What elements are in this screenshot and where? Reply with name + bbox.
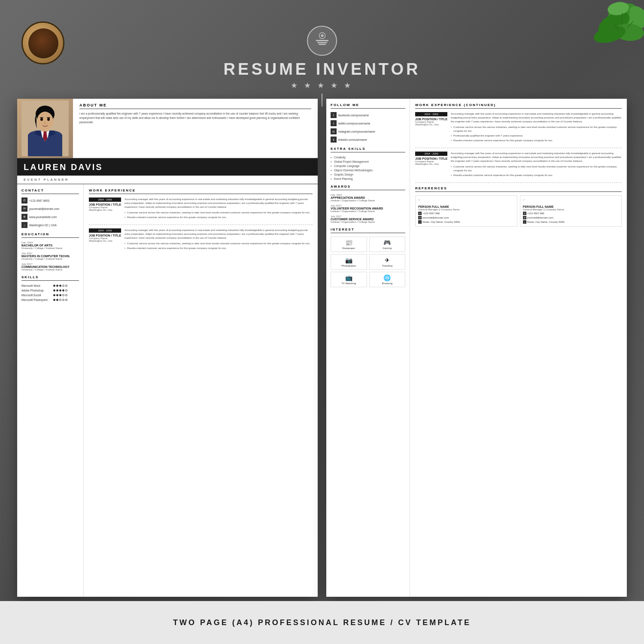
skills-title: SKILLS (21, 275, 79, 281)
bullet: Customer service across the various indu… (451, 165, 622, 173)
extra-skill-3: Computer Language (331, 164, 405, 167)
ref-phone-text-1: +123 4567 896 (422, 212, 440, 215)
dot (65, 294, 67, 296)
ref-address-1: ⌂ Street -City Name, Country 6356. (418, 220, 514, 224)
brand-title: RESUME INVENTOR (0, 60, 644, 79)
interest-title: INTEREST (331, 228, 405, 233)
dot (59, 299, 61, 301)
work-cont-location-1: Washington Dc, Usa (415, 123, 447, 126)
svg-rect-13 (317, 42, 327, 43)
skill-name-3: Microsoft Excell (21, 294, 52, 297)
award-title-2: VOLUNTEER RECOGNITION AWARD (331, 207, 405, 210)
bullet: Customer service across the various indu… (125, 242, 313, 246)
logo-circle (307, 26, 337, 56)
social-facebook: f facebook.com/yourname (331, 112, 405, 118)
follow-me-title: FOLLOW ME (331, 103, 405, 109)
ref-role-1: General Manager || Company Name (418, 208, 514, 211)
skill-name-4: Microsoft Powerpoint (21, 298, 52, 301)
ref-address-text-2: Street -City Name, Country 6356. (527, 221, 565, 223)
dot (53, 294, 55, 296)
ref-address-icon-2: ⌂ (523, 220, 526, 224)
work-item-1: 2004 - 2009 JOB POSITION / TITLE Company… (89, 197, 313, 220)
newspaper-icon: 📰 (333, 239, 365, 246)
about-title: ABOUT ME (79, 103, 311, 109)
work-cont-bullets-2: Customer service across the various indu… (451, 165, 622, 177)
p2-left-column: FOLLOW ME f facebook.com/yourname t twit… (326, 99, 410, 597)
work-desc-1: Accounting manager with five years of ac… (125, 197, 313, 220)
award-2: July 2017 VOLUNTEER RECOGNITION AWARD In… (331, 204, 405, 213)
date-badge-1: 2004 - 2009 (89, 197, 121, 202)
dot (65, 299, 67, 301)
work-continued-title: WORK EXPERIENCE (CONTINUED) (415, 103, 622, 109)
work-cont-item-1: 2004 - 2009 JOB POSITION / TITLE Company… (415, 112, 622, 143)
skill-dots-4 (53, 299, 67, 301)
interest-label-gaming: Gaming (372, 247, 403, 249)
date-badge-cont-2: 2004 - 2009 (415, 152, 447, 156)
divider (415, 148, 622, 148)
work-cont-item-2: 2004 - 2009 JOB POSITION / TITLE Company… (415, 152, 622, 178)
ref-quote-icon-1: " (418, 198, 514, 204)
dot (56, 299, 58, 301)
social-instagram: in instagram.com/yourusername (331, 128, 405, 134)
interest-label-traveling: Traveling (372, 264, 403, 267)
resume-page-2: FOLLOW ME f facebook.com/yourname t twit… (326, 99, 627, 597)
photography-icon: 📷 (333, 257, 365, 264)
skill-dots-2 (53, 289, 67, 292)
work-location-1: Washington Dc, Usa (89, 209, 121, 211)
contact-website: ⊕ www.yourwebsite.com (21, 214, 79, 220)
interest-grid: 📰 Newspaper 🎮 Gaming 📷 Photography (331, 237, 405, 287)
edu-degree-1: BACHELOR OF ARTS (21, 244, 79, 247)
p2-right-column: WORK EXPERIENCE (CONTINUED) 2004 - 2009 … (410, 99, 627, 597)
dot (53, 289, 55, 292)
page2-layout: FOLLOW ME f facebook.com/yourname t twit… (326, 99, 627, 597)
twitter-url: twitter.com/yourusername (338, 122, 370, 125)
work-position-2: JOB POSITION / TITLE (89, 234, 121, 237)
education-section: EDUCATION Feb' 2004 BACHELOR OF ARTS Uni… (21, 232, 79, 271)
skill-name-1: Microsoft Word (21, 284, 52, 287)
ref-quote-icon-2: " (523, 198, 619, 204)
right-column: WORK EXPERIENCE 2004 - 2009 JOB POSITION… (84, 184, 318, 596)
award-org-1: Institute / Organization / College Name (331, 199, 405, 202)
address-icon: ⌂ (21, 222, 27, 228)
award-3: July 2017 CUSTOMER SERVICE AWARD Institu… (331, 215, 405, 223)
edu-item-2: July 2017 MASTERS IN COMPUTER TECHN. Uni… (21, 252, 79, 260)
dot (53, 299, 55, 301)
work-cont-date-1: 2004 - 2009 JOB POSITION / TITLE Company… (415, 112, 447, 143)
ref-phone-1: ✆ +123 4567 896 (418, 212, 514, 215)
page1-body: CONTACT ✆ +123 4567 8853 ✉ youremail@dom… (17, 184, 318, 596)
work-cont-desc-2: Accounting manager with five years of ac… (451, 152, 622, 178)
dot (62, 299, 64, 301)
extra-skill-1: Creativity (331, 156, 405, 159)
job-title: EVENT PLANNER (24, 178, 311, 182)
dot (56, 294, 58, 296)
page1-header: ABOUT ME I am a professionally qualified… (17, 99, 318, 159)
ref-email-1: ✉ yourmail@domain.com (418, 216, 514, 219)
work-cont-bullets-1: Customer service across the various indu… (451, 125, 622, 143)
profile-photo (17, 99, 73, 158)
interest-newspaper: 📰 Newspaper (331, 237, 367, 252)
divider (89, 225, 313, 225)
interest-label-newspaper: Newspaper (333, 247, 365, 249)
work-desc-2: Accounting manager with five years of ac… (125, 228, 313, 251)
work-cont-date-2: 2004 - 2009 JOB POSITION / TITLE Company… (415, 152, 447, 178)
tv-icon: 📺 (333, 274, 365, 281)
work-date-1: 2004 - 2009 JOB POSITION / TITLE Company… (89, 197, 121, 220)
dot (65, 285, 67, 287)
awards-title: AWARDS (331, 185, 405, 190)
edu-school-1: University / College / Institute Name (21, 247, 79, 249)
interest-section: INTEREST 📰 Newspaper 🎮 Gaming 📷 Photo (331, 228, 405, 287)
contact-address: ⌂ Washington DC | USA (21, 222, 79, 228)
gaming-icon: 🎮 (372, 239, 403, 246)
award-org-3: Institute / Organization / College Name (331, 221, 405, 223)
about-text: I am a professionally qualified fire eng… (79, 112, 311, 124)
about-section-header: ABOUT ME I am a professionally qualified… (73, 99, 318, 158)
reference-2: " PERSON FULL NAME General Manager || Co… (520, 195, 622, 227)
bullet: Results-oriented customer service experi… (451, 173, 622, 177)
footer-bar: TWO PAGE (A4) PROFESSIONAL RESUME / CV T… (0, 601, 644, 644)
dot (56, 289, 58, 292)
ref-name-2: PERSON FULL NAME (523, 205, 619, 208)
skill-3: Microsoft Excell (21, 294, 79, 297)
work-location-2: Washington Dc, Usa (89, 240, 121, 242)
footer-text: TWO PAGE (A4) PROFESSIONAL RESUME / CV T… (173, 618, 471, 627)
extra-skill-6: Event Planning (331, 177, 405, 180)
